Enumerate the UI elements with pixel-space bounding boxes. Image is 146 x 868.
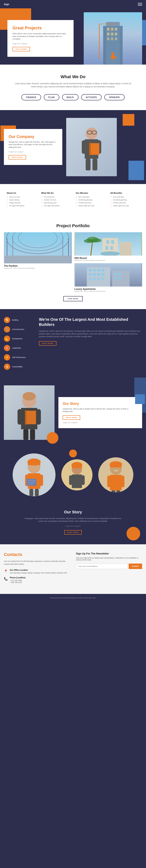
builders-left-panel: 🏗 Building 🔧 Preconstruction 📐 Developme… [4, 317, 33, 370]
company-image [66, 118, 117, 176]
info-item: ✓Something planning [76, 199, 105, 201]
hamburger-menu-button[interactable] [138, 3, 142, 6]
svg-rect-57 [89, 273, 91, 276]
view-more-button[interactable]: VIEW MORE [63, 296, 83, 301]
info-item-label: About our team [9, 196, 20, 198]
svg-rect-5 [107, 33, 109, 35]
svg-rect-16 [111, 56, 113, 59]
portfolio-grid: The Pavilion Sample text. Click to selec… [4, 232, 142, 292]
info-item-label: Lets rights with partner [44, 205, 60, 207]
info-item: ✓We rights with partner [7, 205, 36, 207]
info-col-about: About Us ✓About our team ✓Award winning … [4, 190, 38, 210]
pill-finance[interactable]: FINANCE [22, 94, 41, 100]
svg-rect-33 [5, 256, 71, 264]
builders-item-sustainability: ♻ Sustainability [4, 364, 33, 370]
svg-rect-86 [29, 489, 33, 496]
phone-icon: 📞 [4, 577, 8, 581]
svg-rect-59 [97, 273, 100, 276]
nav-logo[interactable]: logo [4, 3, 9, 6]
svg-rect-56 [101, 269, 104, 271]
hero-card: Great Projects Pellus deli tur sem Lorem… [7, 20, 74, 57]
svg-rect-97 [69, 475, 72, 485]
info-item-label: Award winning [9, 199, 20, 201]
leadership-label: Leadership [12, 347, 21, 349]
svg-rect-63 [97, 278, 100, 280]
svg-rect-72 [18, 409, 22, 425]
portfolio-item-spa[interactable]: SPA Resort Sample text. Click to select … [75, 232, 142, 261]
story2-text: Paragraph. Lorem ipsum dolor sit amet, c… [24, 517, 122, 523]
hero-read-more-button[interactable]: READ MORE [12, 47, 30, 51]
pavilion-description: Sample text. Click to select the Text El… [4, 267, 71, 269]
luxury-label: Luxury Apartments [75, 288, 142, 290]
preconstruction-icon: 🔧 [4, 326, 10, 333]
story1-text: Sample text. Click to add or double-clic… [63, 408, 138, 413]
builders-item-self-performance: ⚡ Self-Performance [4, 354, 33, 361]
svg-rect-24 [90, 143, 99, 155]
builders-text: Sample text. Click to select the Text El… [39, 330, 142, 338]
pill-activate[interactable]: ACTIVATE [81, 94, 101, 100]
svg-rect-3 [111, 28, 113, 31]
svg-rect-2 [107, 28, 109, 31]
company-image-wrap [66, 118, 142, 176]
pill-plan[interactable]: PLAN [44, 94, 59, 100]
newsletter-email-input[interactable] [76, 563, 127, 569]
svg-rect-60 [101, 273, 104, 276]
info-col-whatwedo: What We Do ✓One small item ✓Another one … [38, 190, 73, 210]
story1-read-more-button[interactable]: READ MORE [63, 415, 80, 420]
newsletter-text: Stay up to date with our latest news and… [76, 557, 142, 561]
info-item: ✓Something planning [110, 199, 140, 201]
svg-rect-66 [118, 273, 121, 275]
svg-rect-104 [107, 476, 110, 487]
what-we-do-title: What We Do [6, 74, 140, 80]
phone-value-1: + 012 345 7890 [10, 580, 26, 582]
our-story-section-1: Our Story Sample text. Click to add or d… [0, 378, 146, 447]
portfolio-item-luxury[interactable]: Luxury Apartments Sample text. Click to … [75, 263, 142, 292]
check-icon: ✓ [110, 202, 112, 204]
company-caption: Image from Unsplash [8, 151, 58, 153]
svg-rect-65 [114, 273, 117, 275]
svg-rect-68 [118, 277, 121, 280]
company-read-more-button[interactable]: READ MORE [8, 155, 26, 159]
builders-right-panel: We're One Of The Largest And Most Establ… [39, 317, 142, 346]
info-item: ✓Lets rights with partner [41, 205, 70, 207]
portfolio-item-pavilion[interactable]: The Pavilion Sample text. Click to selec… [4, 232, 71, 292]
svg-rect-106 [112, 490, 115, 492]
footer-text: Every element is a live edit example, fr… [3, 597, 143, 599]
builders-item-preconstruction: 🔧 Preconstruction [4, 326, 33, 333]
info-item-label: Item small label [113, 196, 124, 198]
svg-rect-98 [82, 475, 85, 485]
svg-rect-37 [62, 236, 63, 256]
svg-rect-107 [116, 490, 120, 492]
info-item: ✓Simple rights doc order [110, 205, 140, 207]
team-person-2 [61, 459, 92, 490]
check-icon: ✓ [76, 196, 77, 198]
info-item-label: Item small label [79, 196, 89, 198]
svg-rect-44 [120, 242, 132, 256]
story2-read-more-button[interactable]: READ MORE [64, 530, 82, 534]
info-item: ✓Another one more [41, 199, 70, 201]
check-icon: ✓ [41, 199, 43, 201]
building-label: Building [12, 319, 18, 321]
svg-rect-82 [28, 463, 40, 465]
info-item-label: Simple rights doc order [79, 205, 94, 207]
team-person-3 [98, 457, 133, 492]
check-icon: ✓ [76, 202, 77, 204]
builders-read-more-button[interactable]: READ MORE [39, 341, 56, 346]
newsletter-submit-button[interactable]: SUBMIT [129, 563, 142, 569]
builders-item-building: 🏗 Building [4, 317, 33, 323]
info-item-label: Simple rights doc order [113, 205, 129, 207]
portfolio-title: Project Portfolio [4, 223, 142, 228]
svg-point-14 [111, 53, 114, 56]
svg-rect-10 [115, 37, 117, 40]
story1-title: Our Story [63, 402, 138, 406]
svg-rect-67 [114, 277, 117, 280]
svg-rect-46 [111, 240, 114, 244]
svg-rect-34 [7, 238, 7, 256]
svg-rect-20 [82, 140, 86, 154]
pill-operate[interactable]: OPERATE [104, 94, 124, 100]
phone-details: Phone (Landline) + 012 345 7890 + 000 76… [10, 577, 26, 583]
pavilion-label: The Pavilion [4, 265, 71, 267]
pill-build[interactable]: BUILD [62, 94, 79, 100]
development-icon: 📐 [4, 336, 10, 342]
builders-title: We're One Of The Largest And Most Establ… [39, 317, 142, 327]
